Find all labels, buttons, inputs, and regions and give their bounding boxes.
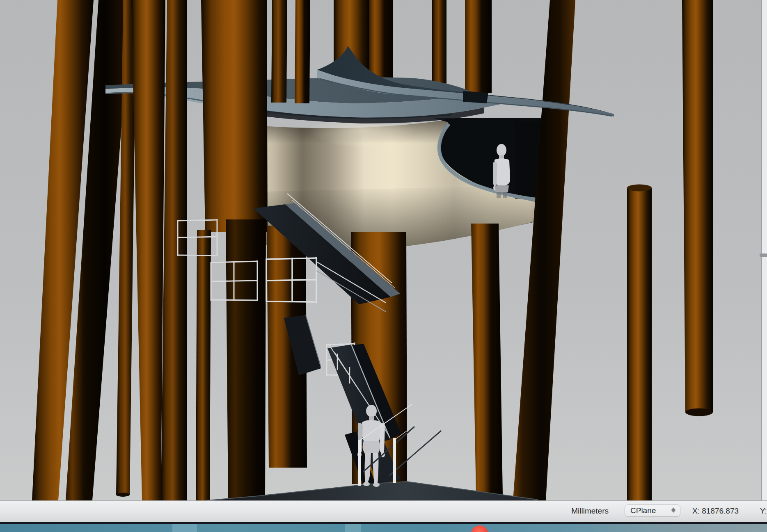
tree-pole[interactable] bbox=[196, 230, 211, 500]
tree-pole[interactable] bbox=[471, 224, 503, 495]
status-bar: Millimeters CPlane X: 81876.873 Y: bbox=[0, 500, 767, 522]
desktop-dock-strip[interactable] bbox=[0, 524, 767, 532]
mannequin-lower-arm-right bbox=[380, 423, 385, 453]
mannequin-lower-neck bbox=[369, 416, 374, 420]
tree-pole-end-cap bbox=[116, 493, 130, 497]
y-coordinate-readout: Y: bbox=[760, 507, 767, 516]
tree-pole-end-cap bbox=[685, 409, 713, 416]
tree-pole[interactable] bbox=[465, 0, 492, 93]
chevron-up-down-icon bbox=[671, 507, 676, 514]
mannequin-upper-leg bbox=[497, 192, 501, 198]
right-panel-strip[interactable] bbox=[761, 0, 767, 500]
cplane-dropdown-label: CPlane bbox=[625, 506, 656, 515]
dock-reflection bbox=[345, 524, 361, 532]
tree-pole[interactable] bbox=[271, 0, 287, 103]
tree-pole[interactable] bbox=[295, 0, 310, 103]
x-coordinate-readout: X: 81876.873 bbox=[692, 507, 739, 516]
units-indicator[interactable]: Millimeters bbox=[525, 507, 609, 516]
mannequin-upper-hips bbox=[495, 185, 509, 192]
tree-pole[interactable] bbox=[682, 0, 713, 412]
tree-pole[interactable] bbox=[369, 0, 393, 80]
mannequin-lower-foot bbox=[363, 482, 370, 486]
railing-post bbox=[393, 438, 396, 483]
roof-side-tab bbox=[463, 91, 488, 103]
tree-pole[interactable] bbox=[627, 188, 652, 500]
tree-pole[interactable] bbox=[432, 0, 446, 85]
3d-viewport[interactable] bbox=[0, 0, 767, 500]
dock-reflection bbox=[172, 524, 197, 532]
mannequin-upper-head bbox=[497, 144, 506, 156]
cplane-dropdown[interactable]: CPlane bbox=[625, 505, 680, 517]
tree-pole[interactable] bbox=[201, 0, 268, 232]
mannequin-lower-hips bbox=[363, 441, 380, 453]
panel-divider-handle-icon[interactable] bbox=[760, 253, 767, 257]
mannequin-lower-foot bbox=[373, 483, 380, 487]
tree-pole-end-cap bbox=[627, 185, 652, 192]
railing-post bbox=[358, 440, 361, 486]
mannequin-upper-leg bbox=[503, 192, 507, 198]
dock-app-icon[interactable] bbox=[471, 525, 488, 532]
rhino-window: { "app": {"name_hint": "3D modeling view… bbox=[0, 0, 767, 532]
mannequin-lower-head bbox=[366, 405, 377, 417]
